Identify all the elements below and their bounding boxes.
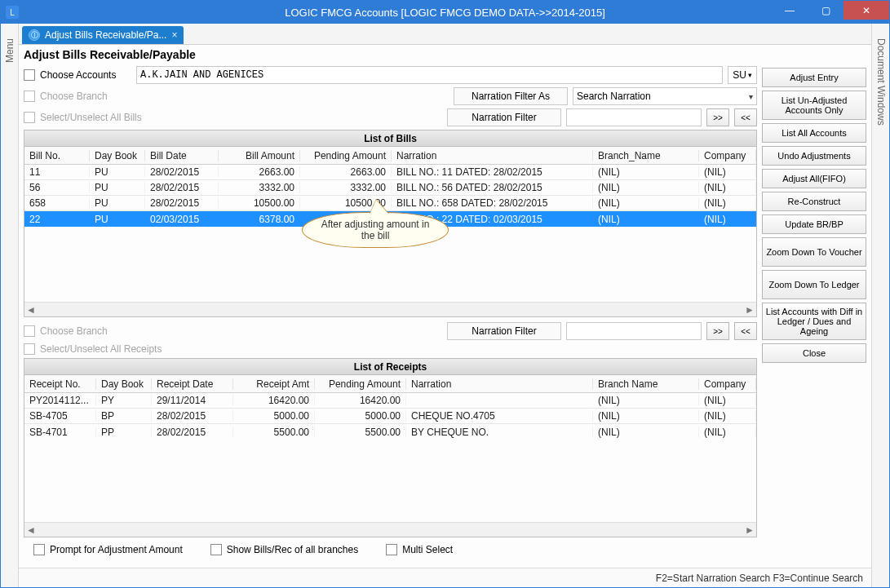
table-row[interactable]: 11PU28/02/20152663.002663.00BILL NO.: 11… — [24, 165, 756, 180]
col-r-company[interactable]: Company — [699, 378, 756, 390]
col-r-date[interactable]: Receipt Date — [152, 378, 233, 390]
bills-grid-header: Bill No. Day Book Bill Date Bill Amount … — [24, 147, 756, 165]
opt-multi-select[interactable]: Multi Select — [386, 544, 453, 555]
col-r-narration[interactable]: Narration — [406, 378, 593, 390]
choose-branch-checkbox — [24, 91, 35, 102]
branch-and-filteras-row: Choose Branch Narration Filter As Search… — [24, 87, 757, 105]
receipts-hscroll[interactable]: ◄ ► — [24, 522, 756, 537]
branch2-and-filter-row: Choose Branch Narration Filter >> << — [24, 322, 757, 340]
window-controls: — ▢ ✕ — [772, 1, 889, 24]
choose-branch-label: Choose Branch — [40, 91, 131, 102]
list-all-accounts-button[interactable]: List All Accounts — [762, 123, 866, 143]
table-row[interactable]: 56PU28/02/20153332.003332.00BILL NO.: 56… — [24, 180, 756, 196]
table-row[interactable]: PY2014112...PY29/11/201416420.0016420.00… — [24, 393, 756, 409]
scroll-right-icon[interactable]: ► — [745, 524, 755, 536]
col-r-amt[interactable]: Receipt Amt — [233, 378, 315, 390]
choose-accounts-checkbox[interactable] — [24, 69, 35, 81]
receipts-grid-header: Receipt No. Day Book Receipt Date Receip… — [24, 375, 756, 393]
bills-grid-title: List of Bills — [24, 130, 757, 146]
close-button[interactable]: Close — [762, 343, 866, 363]
zoom-voucher-button[interactable]: Zoom Down To Voucher — [762, 237, 866, 267]
bills-hscroll[interactable]: ◄ ► — [24, 302, 756, 316]
page-title: Adjust Bills Receivable/Payable — [19, 45, 871, 66]
tab-icon: ⓛ — [29, 29, 40, 41]
adjust-entry-button[interactable]: Adjust Entry — [762, 68, 866, 87]
narration-filter-as-label: Narration Filter As — [454, 87, 568, 105]
right-pane: Adjust Entry List Un-Adjusted Accounts O… — [762, 66, 866, 563]
select-all-bills-checkbox — [24, 112, 35, 123]
app-icon: L — [6, 6, 19, 19]
col-company[interactable]: Company — [699, 150, 756, 161]
table-row[interactable]: SB-4701PP28/02/20155500.005500.00BY CHEQ… — [24, 424, 756, 440]
window-title: LOGIC FMCG Accounts [LOGIC FMCG DEMO DAT… — [285, 7, 605, 19]
footer-bar: F2=Start Narration Search F3=Continue Se… — [19, 568, 871, 587]
update-brbp-button[interactable]: Update BR/BP — [762, 214, 866, 234]
receipts-grid[interactable]: Receipt No. Day Book Receipt Date Receip… — [24, 374, 757, 537]
bills-grid[interactable]: Bill No. Day Book Bill Date Bill Amount … — [24, 146, 757, 317]
menu-sidebar-label: Menu — [4, 38, 15, 63]
chevron-down-icon: ▾ — [749, 92, 753, 101]
tab-adjust-bills[interactable]: ⓛ Adjust Bills Receivable/Pa... × — [22, 26, 184, 44]
scroll-right-icon[interactable]: ► — [745, 304, 755, 316]
left-pane: Choose Accounts SU ▾ Choose Branch Narra… — [24, 66, 757, 563]
opt-prompt-amount[interactable]: Prompt for Adjustment Amount — [33, 544, 183, 555]
narration-filter-prev-button[interactable]: << — [734, 108, 757, 126]
col-pending[interactable]: Pending Amount — [300, 150, 392, 161]
document-windows-label: Document Windows — [875, 38, 887, 126]
app-window: L LOGIC FMCG Accounts [LOGIC FMCG DEMO D… — [0, 0, 890, 588]
zoom-ledger-button[interactable]: Zoom Down To Ledger — [762, 270, 866, 299]
opt-show-all-branches-checkbox[interactable] — [210, 544, 222, 555]
narration-filter2-next-button[interactable]: >> — [706, 322, 729, 340]
adjust-all-fifo-button[interactable]: Adjust All(FIFO) — [762, 169, 866, 188]
col-r-branch[interactable]: Branch Name — [593, 378, 699, 390]
scroll-left-icon[interactable]: ◄ — [26, 524, 36, 536]
opt-multi-select-checkbox[interactable] — [386, 544, 397, 555]
body-row: Choose Accounts SU ▾ Choose Branch Narra… — [19, 66, 871, 568]
list-diff-button[interactable]: List Accounts with Diff in Ledger / Dues… — [762, 303, 866, 340]
client-area: Menu ⓛ Adjust Bills Receivable/Pa... × A… — [1, 24, 889, 587]
scroll-left-icon[interactable]: ◄ — [26, 304, 36, 316]
col-billamt[interactable]: Bill Amount — [219, 150, 300, 161]
list-unadjusted-button[interactable]: List Un-Adjusted Accounts Only — [762, 91, 866, 120]
document-windows-sidebar[interactable]: Document Windows — [871, 24, 889, 587]
col-r-daybook[interactable]: Day Book — [96, 378, 152, 390]
table-row[interactable]: 658PU28/02/201510500.0010500.00BILL NO.:… — [24, 196, 756, 211]
narration-filter2-input[interactable] — [566, 322, 702, 340]
close-window-button[interactable]: ✕ — [844, 1, 889, 20]
receipts-grid-body: PY2014112...PY29/11/201416420.0016420.00… — [24, 393, 756, 522]
select-all-bills-label: Select/Unselect All Bills — [40, 112, 179, 123]
options-row: Prompt for Adjustment Amount Show Bills/… — [24, 537, 757, 562]
narration-filter-input[interactable] — [566, 108, 702, 126]
table-row[interactable]: SB-4705BP28/02/20155000.005000.00CHEQUE … — [24, 409, 756, 424]
footer-hint: F2=Start Narration Search F3=Continue Se… — [656, 573, 863, 584]
narration-filter-as-select[interactable]: Search Narration ▾ — [573, 87, 757, 105]
col-narration[interactable]: Narration — [392, 150, 593, 161]
maximize-button[interactable]: ▢ — [808, 1, 844, 20]
opt-show-all-branches[interactable]: Show Bills/Rec of all branches — [210, 544, 358, 555]
callout-note: After adjusting amount in the bill — [302, 212, 449, 248]
undo-adjustments-button[interactable]: Undo Adjustments — [762, 146, 866, 166]
col-daybook[interactable]: Day Book — [90, 150, 145, 161]
opt-prompt-amount-checkbox[interactable] — [33, 544, 45, 555]
selectall-and-filter-row: Select/Unselect All Bills Narration Filt… — [24, 108, 757, 126]
tab-label: Adjust Bills Receivable/Pa... — [45, 29, 166, 41]
accounts-input[interactable] — [136, 66, 723, 84]
col-branch[interactable]: Branch_Name — [593, 150, 699, 161]
col-billdate[interactable]: Bill Date — [145, 150, 219, 161]
titlebar[interactable]: L LOGIC FMCG Accounts [LOGIC FMCG DEMO D… — [1, 1, 889, 24]
choose-branch2-checkbox — [24, 325, 35, 337]
col-billno[interactable]: Bill No. — [24, 150, 90, 161]
tab-close-icon[interactable]: × — [171, 29, 177, 41]
accounts-code[interactable]: SU ▾ — [728, 66, 757, 84]
receipts-grid-title: List of Receipts — [24, 358, 757, 374]
col-recno[interactable]: Receipt No. — [24, 378, 96, 390]
tabstrip: ⓛ Adjust Bills Receivable/Pa... × — [19, 24, 871, 45]
narration-filter2-prev-button[interactable]: << — [734, 322, 757, 340]
minimize-button[interactable]: — — [772, 1, 808, 20]
reconstruct-button[interactable]: Re-Construct — [762, 192, 866, 211]
col-r-pending[interactable]: Pending Amount — [315, 378, 406, 390]
narration-filter-next-button[interactable]: >> — [706, 108, 729, 126]
menu-sidebar[interactable]: Menu — [1, 24, 19, 587]
select-all-receipts-row: Select/Unselect All Receipts — [24, 343, 757, 355]
choose-accounts-label: Choose Accounts — [40, 69, 131, 81]
